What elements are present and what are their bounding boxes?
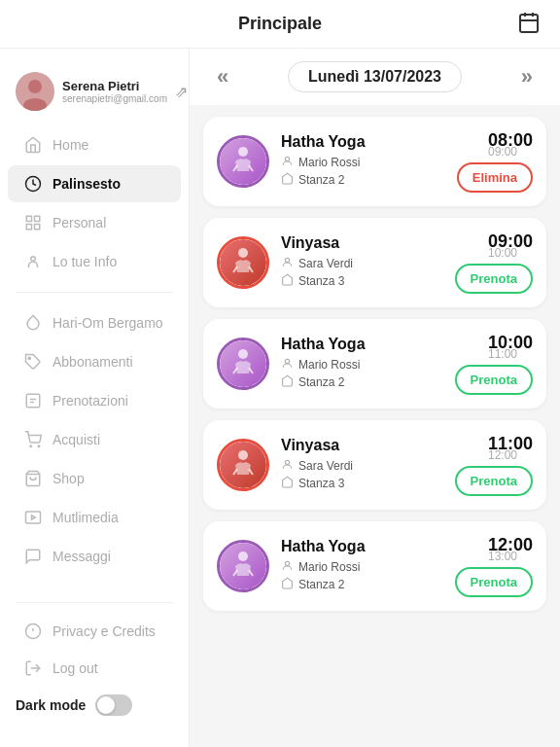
sidebar-bottom: Privacy e Credits Log out Dark mode: [0, 585, 189, 731]
sidebar-label-abbonamenti: Abbonamenti: [52, 354, 133, 370]
multimedia-icon: [23, 508, 43, 527]
svg-point-31: [238, 349, 248, 359]
class-room-2: Stanza 3: [281, 273, 443, 289]
svg-point-14: [30, 445, 32, 447]
class-card-4: Vinyasa Sara Verdi Stanza 3: [203, 420, 546, 510]
sidebar-item-hari-om[interactable]: Hari-Om Bergamo: [8, 304, 181, 341]
avatar: [16, 72, 54, 111]
instructor-icon-3: [281, 357, 294, 373]
svg-line-37: [249, 469, 253, 475]
svg-point-23: [238, 147, 248, 157]
sidebar-label-palinsesto: Palinsesto: [52, 176, 121, 192]
time-btn-col-2: 09:00 10:00 Prenota: [455, 231, 533, 294]
shop-icon: [23, 469, 43, 488]
sidebar-item-abbonamenti[interactable]: Abbonamenti: [8, 343, 181, 380]
room-icon-2: [281, 273, 294, 289]
class-instructor-4: Sara Verdi: [281, 458, 443, 474]
class-name-4: Vinyasa: [281, 437, 443, 454]
profile-email: serenapietri@gmail.com: [62, 93, 167, 104]
class-info-1: Hatha Yoga Mario Rossi Stanza 2: [281, 133, 445, 190]
class-name-1: Hatha Yoga: [281, 133, 445, 151]
svg-rect-0: [520, 15, 538, 32]
abbonamenti-icon: [23, 352, 43, 372]
sidebar-item-lo-tue-info[interactable]: Lo tue Info: [8, 243, 181, 280]
main-content: « Lunedì 13/07/2023 »: [190, 49, 560, 747]
logout-icon: [23, 658, 43, 678]
svg-point-12: [31, 257, 36, 262]
svg-line-33: [249, 368, 253, 374]
time-btn-col-3: 10:00 11:00 Prenota: [455, 333, 533, 395]
svg-line-41: [249, 570, 253, 576]
room-icon-3: [281, 374, 294, 390]
elimina-button-1[interactable]: Elimina: [457, 162, 533, 193]
class-thumb-3: [217, 338, 269, 390]
instructor-icon-5: [281, 559, 294, 575]
home-icon: [23, 135, 43, 155]
dark-mode-label: Dark mode: [16, 697, 86, 713]
prenota-button-3[interactable]: Prenota: [455, 365, 533, 395]
class-card-5: Hatha Yoga Mario Rossi Stanza 2: [203, 521, 546, 611]
class-card-2: Vinyasa Sara Verdi Stanza 3: [203, 218, 546, 307]
svg-line-25: [249, 165, 253, 171]
personal-icon: [23, 213, 43, 232]
sidebar-label-shop: Shop: [52, 471, 85, 486]
page-title: Principale: [238, 14, 322, 34]
dark-mode-toggle[interactable]: [95, 694, 132, 716]
sidebar-item-messaggi[interactable]: Messaggi: [8, 538, 181, 575]
class-info-4: Vinyasa Sara Verdi Stanza 3: [281, 437, 443, 493]
sidebar-divider-1: [16, 292, 173, 293]
class-name-3: Hatha Yoga: [281, 336, 443, 353]
sidebar-item-acquisti[interactable]: Acquisti: [8, 421, 181, 458]
svg-point-15: [38, 445, 40, 447]
svg-point-27: [238, 248, 248, 258]
room-icon-1: [281, 172, 294, 188]
sidebar-item-home[interactable]: Home: [8, 126, 181, 163]
svg-rect-11: [35, 225, 40, 230]
room-icon-4: [281, 476, 294, 491]
privacy-icon: [23, 622, 43, 641]
calendar-icon[interactable]: [517, 11, 541, 38]
sidebar-item-multimedia[interactable]: Mutlimedia: [8, 499, 181, 536]
svg-line-36: [233, 469, 237, 475]
class-instructor-1: Mario Rossi: [281, 155, 445, 170]
sidebar-label-prenotazioni: Prenotazioni: [52, 393, 128, 409]
sidebar-item-prenotazioni[interactable]: Prenotazioni: [8, 382, 181, 419]
share-icon[interactable]: ⇗: [175, 83, 188, 101]
next-date-button[interactable]: »: [513, 60, 541, 93]
sidebar-item-palinsesto[interactable]: Palinsesto: [8, 165, 181, 202]
sidebar-item-personal[interactable]: Personal: [8, 204, 181, 241]
class-thumb-1: [217, 135, 269, 188]
class-list: Hatha Yoga Mario Rossi Stanza 2: [190, 105, 560, 747]
prenota-button-2[interactable]: Prenota: [455, 264, 533, 294]
sidebar-label-privacy: Privacy e Credits: [52, 623, 156, 639]
sidebar-item-privacy[interactable]: Privacy e Credits: [8, 613, 181, 650]
svg-rect-9: [35, 216, 40, 221]
sidebar-item-logout[interactable]: Log out: [8, 650, 181, 687]
svg-point-13: [28, 357, 30, 359]
instructor-icon-4: [281, 458, 294, 474]
class-room-5: Stanza 2: [281, 577, 443, 592]
svg-line-24: [233, 165, 237, 171]
prev-date-button[interactable]: «: [209, 60, 236, 93]
class-card-3: Hatha Yoga Mario Rossi Stanza 2: [203, 319, 546, 409]
prenota-button-5[interactable]: Prenota: [455, 567, 533, 597]
sidebar-item-shop[interactable]: Shop: [8, 460, 181, 497]
sidebar-divider-2: [16, 602, 173, 603]
svg-point-35: [238, 450, 248, 460]
dark-mode-row: Dark mode: [0, 687, 189, 724]
time-btn-col-5: 12:00 13:00 Prenota: [455, 535, 533, 597]
class-thumb-5: [217, 540, 269, 592]
class-name-5: Hatha Yoga: [281, 538, 443, 555]
messaggi-icon: [23, 547, 43, 566]
instructor-icon-2: [281, 256, 294, 271]
class-instructor-3: Mario Rossi: [281, 357, 443, 373]
class-info-2: Vinyasa Sara Verdi Stanza 3: [281, 234, 443, 291]
sidebar-label-acquisti: Acquisti: [52, 432, 100, 447]
profile-name: Serena Pietri: [62, 79, 167, 93]
svg-rect-10: [26, 225, 31, 230]
prenota-button-4[interactable]: Prenota: [455, 466, 533, 496]
svg-line-28: [233, 267, 237, 272]
room-icon-5: [281, 577, 294, 592]
class-info-3: Hatha Yoga Mario Rossi Stanza 2: [281, 336, 443, 392]
svg-line-32: [233, 368, 237, 374]
